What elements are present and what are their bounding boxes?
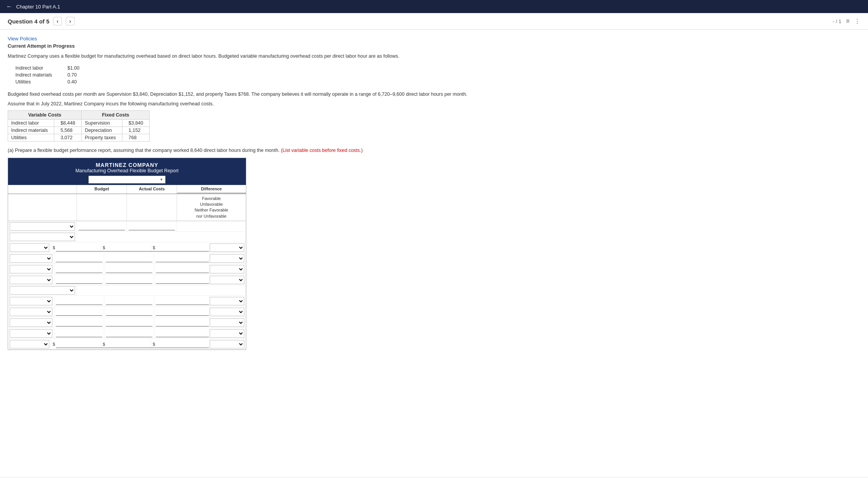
- header-right: - / 1 ≡ ⋮: [833, 18, 860, 25]
- data-row: FavorableUnfavorableNeither Favorable no…: [8, 306, 246, 317]
- row8-label-select[interactable]: [10, 297, 52, 305]
- row3-diff-input[interactable]: [156, 244, 209, 251]
- row5-budget-input[interactable]: [56, 265, 102, 273]
- var-costs-header: Variable Costs: [8, 110, 82, 119]
- row12-diff-select[interactable]: FavorableUnfavorableNeither Favorable no…: [210, 340, 244, 348]
- row10-diff-input[interactable]: [156, 319, 209, 326]
- row5-diff-input[interactable]: [156, 265, 209, 273]
- row6-label-select[interactable]: [10, 276, 52, 284]
- col-header-label: [8, 185, 77, 193]
- row8-diff-select[interactable]: FavorableUnfavorableNeither Favorable no…: [210, 297, 244, 305]
- row1-label-select[interactable]: [10, 222, 75, 231]
- chapter-title: Chapter 10 Part A.1: [16, 4, 60, 10]
- row11-diff-input[interactable]: [156, 330, 209, 337]
- variable-cost-row: Indirect labor$1.00: [15, 65, 79, 72]
- assume-text: Assume that in July 2022, Martinez Compa…: [8, 101, 860, 107]
- row9-diff-select[interactable]: FavorableUnfavorableNeither Favorable no…: [210, 308, 244, 316]
- row3-diff-select[interactable]: FavorableUnfavorableNeither Favorable no…: [210, 243, 244, 252]
- row7-section-select[interactable]: [10, 286, 75, 295]
- month-select[interactable]: July 2022: [88, 176, 165, 183]
- view-policies-link[interactable]: View Policies: [8, 36, 37, 42]
- col-header-actual: Actual Costs: [127, 185, 177, 193]
- row3-actual-dollar: $: [103, 245, 105, 250]
- question-nav: Question 4 of 5 ‹ ›: [8, 17, 75, 25]
- row5-label-select[interactable]: [10, 265, 52, 273]
- overhead-row: Utilities 3,072 Property taxes 768: [8, 134, 150, 141]
- row4-actual-input[interactable]: [106, 255, 152, 262]
- row9-actual-input[interactable]: [106, 308, 152, 316]
- variable-cost-row: Indirect materials0.70: [15, 72, 79, 78]
- col-header-difference: Difference: [177, 185, 246, 193]
- data-row: FavorableUnfavorableNeither Favorable no…: [8, 317, 246, 328]
- prev-question-button[interactable]: ‹: [53, 17, 62, 25]
- row12-diff-input[interactable]: [156, 340, 209, 348]
- row6-diff-select[interactable]: FavorableUnfavorableNeither Favorable no…: [210, 276, 244, 284]
- row12-diff-dollar: $: [153, 342, 155, 346]
- row4-diff-input[interactable]: [156, 255, 209, 262]
- row3-label-select[interactable]: [10, 243, 49, 252]
- row3-budget-dollar: $: [53, 245, 55, 250]
- list-icon[interactable]: ≡: [846, 18, 850, 25]
- row12-budget-dollar: $: [53, 342, 55, 346]
- overhead-row: Indirect labor $8,448 Supervision $3,840: [8, 119, 150, 127]
- page-indicator: - / 1: [833, 18, 841, 24]
- row10-label-select[interactable]: [10, 318, 52, 327]
- data-row: FavorableUnfavorableNeither Favorable no…: [8, 275, 246, 285]
- row9-budget-input[interactable]: [56, 308, 102, 316]
- row4-diff-select[interactable]: FavorableUnfavorableNeither Favorable no…: [210, 254, 244, 263]
- row11-diff-select[interactable]: FavorableUnfavorableNeither Favorable no…: [210, 329, 244, 338]
- month-select-wrapper: July 2022: [88, 176, 165, 183]
- row6-actual-input[interactable]: [106, 276, 152, 284]
- budget-report: MARTINEZ COMPANY Manufacturing Overhead …: [8, 158, 246, 350]
- row6-budget-input[interactable]: [56, 276, 102, 284]
- row9-label-select[interactable]: [10, 308, 52, 316]
- data-row: FavorableUnfavorableNeither Favorable no…: [8, 264, 246, 275]
- row9-diff-input[interactable]: [156, 308, 209, 316]
- more-icon[interactable]: ⋮: [854, 18, 860, 25]
- row4-label-select[interactable]: [10, 254, 52, 263]
- question-header: Question 4 of 5 ‹ › - / 1 ≡ ⋮: [0, 13, 868, 30]
- question-label: Question 4 of 5: [8, 18, 49, 25]
- row6-diff-input[interactable]: [156, 276, 209, 284]
- row2-section-select[interactable]: [10, 233, 75, 241]
- fixed-costs-header: Fixed Costs: [82, 110, 150, 119]
- variable-cost-row: Utilities0.40: [15, 78, 79, 85]
- content-area: View Policies Current Attempt in Progres…: [0, 30, 868, 477]
- top-bar: ← Chapter 10 Part A.1: [0, 0, 868, 13]
- next-question-button[interactable]: ›: [66, 17, 75, 25]
- instruction-text: (a) Prepare a flexible budget performanc…: [8, 148, 860, 153]
- diff-sub-headers: Favorable Unfavorable Neither Favorable …: [177, 194, 246, 221]
- variable-costs-table: Indirect labor$1.00Indirect materials0.7…: [15, 65, 860, 85]
- report-title: Manufacturing Overhead Flexible Budget R…: [11, 168, 243, 173]
- back-button[interactable]: ←: [6, 3, 12, 10]
- fixed-overhead-text: Budgeted fixed overhead costs per month …: [8, 91, 860, 98]
- row10-budget-input[interactable]: [56, 319, 102, 326]
- row1-budget-input[interactable]: [78, 223, 125, 230]
- row5-actual-input[interactable]: [106, 265, 152, 273]
- problem-text: Martinez Company uses a flexible budget …: [8, 53, 860, 60]
- row11-label-select[interactable]: [10, 329, 52, 338]
- company-name: MARTINEZ COMPANY: [11, 162, 243, 168]
- report-header: MARTINEZ COMPANY Manufacturing Overhead …: [8, 158, 246, 185]
- col-header-budget: Budget: [77, 185, 127, 193]
- data-row: FavorableUnfavorableNeither Favorable no…: [8, 253, 246, 264]
- row5-diff-select[interactable]: FavorableUnfavorableNeither Favorable no…: [210, 265, 244, 273]
- row4-budget-input[interactable]: [56, 255, 102, 262]
- row11-actual-input[interactable]: [106, 330, 152, 337]
- row10-actual-input[interactable]: [106, 319, 152, 326]
- row11-budget-input[interactable]: [56, 330, 102, 337]
- row8-actual-input[interactable]: [106, 297, 152, 305]
- row12-label-select[interactable]: [10, 340, 49, 348]
- row8-diff-input[interactable]: [156, 297, 209, 305]
- overhead-row: Indirect materials 5,568 Depreciation 1,…: [8, 127, 150, 134]
- current-attempt-label: Current Attempt in Progress: [8, 43, 860, 49]
- row8-budget-input[interactable]: [56, 297, 102, 305]
- data-row: FavorableUnfavorableNeither Favorable no…: [8, 328, 246, 339]
- row12-actual-dollar: $: [103, 342, 105, 346]
- row1-actual-input[interactable]: [129, 223, 175, 230]
- row3-diff-dollar: $: [153, 245, 155, 250]
- instruction-red: (List variable costs before fixed costs.…: [281, 148, 363, 153]
- data-row: FavorableUnfavorableNeither Favorable no…: [8, 296, 246, 306]
- overhead-costs-table: Variable Costs Fixed Costs Indirect labo…: [8, 110, 150, 142]
- row10-diff-select[interactable]: FavorableUnfavorableNeither Favorable no…: [210, 318, 244, 327]
